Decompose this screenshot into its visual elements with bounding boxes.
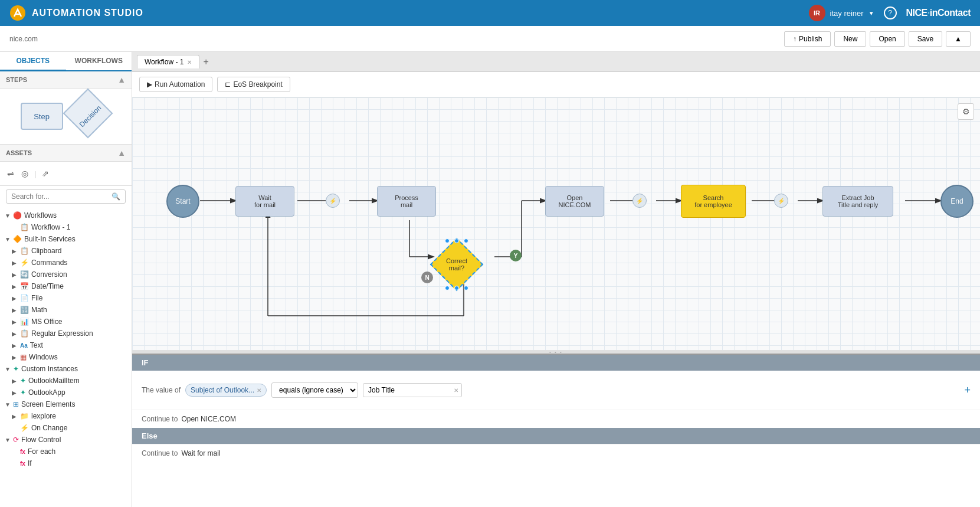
tree-item-workflows[interactable]: ▼ 🔴 Workflows <box>0 210 132 221</box>
tree-item-math[interactable]: ▶ 🔢 Math <box>0 304 132 316</box>
header-left: AUTOMATION STUDIO <box>9 5 143 21</box>
msoffice-icon: 📊 <box>20 318 29 326</box>
node-wait[interactable]: Waitfor mail <box>235 186 294 217</box>
arrow-icon: ▶ <box>12 390 18 396</box>
open-button[interactable]: Open <box>870 31 904 47</box>
tree-item-outlookmail[interactable]: ▶ ✦ OutlookMailItem <box>0 375 132 387</box>
wait-box: Waitfor mail <box>235 186 294 217</box>
search-box-node: Searchfor employee <box>681 185 746 218</box>
tree-item-text[interactable]: ▶ Aa Text <box>0 339 132 351</box>
tree-item-onchange[interactable]: ⚡ On Change <box>0 422 132 434</box>
arrow-icon: ▶ <box>12 331 18 337</box>
arrow-icon: ▼ <box>5 437 11 443</box>
tree-item-builtin[interactable]: ▼ 🔶 Built-In Services <box>0 233 132 245</box>
arrow-icon: ▶ <box>12 319 18 325</box>
node-correct[interactable]: Correctmail? <box>433 241 480 288</box>
process-box: Processmail <box>377 186 436 217</box>
tree-item-workflow1[interactable]: 📋 Workflow - 1 <box>0 221 132 233</box>
assets-export-icon[interactable]: ⇗ <box>41 168 50 179</box>
add-condition-button[interactable]: + <box>964 384 971 397</box>
user-avatar: IR <box>809 5 825 21</box>
text-icon: Aa <box>20 342 28 349</box>
continue-if-row: Continue to Open NICE.COM <box>132 410 980 428</box>
tree-item-windows[interactable]: ▶ ▦ Windows <box>0 351 132 363</box>
iexplore-icon: 📁 <box>20 412 29 420</box>
save-button[interactable]: Save <box>909 31 942 47</box>
arrow-icon: ▶ <box>12 378 18 384</box>
tree-item-outlookapp[interactable]: ▶ ✦ OutlookApp <box>0 387 132 398</box>
brand-logo: NICE·inContact <box>906 8 971 18</box>
step-item-decision[interactable]: Decision <box>70 96 112 137</box>
regex-icon: 📋 <box>20 329 29 338</box>
open-box: OpenNICE.COM <box>545 186 604 217</box>
flowcontrol-icon: ⟳ <box>13 436 19 444</box>
tree-item-foreach[interactable]: fx For each <box>0 446 132 457</box>
node-extract[interactable]: Extract JobTitle and reply <box>822 186 893 217</box>
tree-item-flowcontrol[interactable]: ▼ ⟳ Flow Control <box>0 434 132 446</box>
arrow-icon: ▶ <box>12 260 18 266</box>
operator-select[interactable]: equals (ignore case) equals contains sta… <box>271 382 358 398</box>
step-box: Step <box>21 103 63 130</box>
eos-icon: ⊏ <box>225 80 231 89</box>
tree-item-clipboard[interactable]: ▶ 📋 Clipboard <box>0 245 132 257</box>
arrow-icon: ▶ <box>12 413 18 420</box>
datetime-icon: 📅 <box>20 282 29 290</box>
assets-icon-row: ⇌ ◎ | ⇗ <box>6 165 126 182</box>
user-menu[interactable]: IR itay reiner ▼ <box>809 5 874 21</box>
assets-collapse-icon[interactable]: ▲ <box>117 148 126 158</box>
tree-item-file[interactable]: ▶ 📄 File <box>0 292 132 304</box>
workflow-canvas[interactable]: Start Waitfor mail ⚡ Processmail N <box>132 97 980 350</box>
search-box[interactable]: 🔍 <box>6 189 126 204</box>
node-end[interactable]: End <box>940 185 974 218</box>
assets-target-icon[interactable]: ◎ <box>20 168 30 179</box>
canvas-settings-button[interactable]: ⚙ <box>958 103 974 120</box>
value-input-clear[interactable]: ✕ <box>454 387 458 394</box>
tab-workflows[interactable]: WORKFLOWS <box>66 52 132 71</box>
if-icon: fx <box>20 460 25 467</box>
assets-icons-bar: ⇌ ◎ | ⇗ <box>0 162 132 186</box>
new-button[interactable]: New <box>834 31 866 47</box>
tree-item-custom[interactable]: ▼ ✦ Custom Instances <box>0 363 132 375</box>
asset-tree: ▼ 🔴 Workflows 📋 Workflow - 1 ▼ 🔶 Built-I… <box>0 207 132 507</box>
clipboard-icon: 📋 <box>20 247 29 255</box>
sidebar: OBJECTS WORKFLOWS STEPS ▲ Step Decision <box>0 52 132 507</box>
tab-objects[interactable]: OBJECTS <box>0 52 66 71</box>
correct-diamond-text: Correctmail? <box>433 241 480 288</box>
value-input[interactable] <box>363 383 462 397</box>
collapse-button[interactable]: ▲ <box>946 31 971 47</box>
site-label: nice.com <box>9 35 38 43</box>
tree-item-iexplore[interactable]: ▶ 📁 iexplore <box>0 410 132 422</box>
custom-icon: ✦ <box>13 365 19 373</box>
search-input[interactable] <box>11 192 112 201</box>
tree-item-if[interactable]: fx If <box>0 457 132 469</box>
tree-item-conversion[interactable]: ▶ 🔄 Conversion <box>0 269 132 280</box>
workflow-tab[interactable]: Workflow - 1 ✕ <box>137 55 199 68</box>
tab-add-button[interactable]: + <box>199 57 212 67</box>
arrow-icon: ▶ <box>12 248 18 254</box>
subject-tag-remove[interactable]: ✕ <box>257 387 261 394</box>
correct-diamond-wrap: Correctmail? <box>433 241 480 288</box>
tree-item-screen[interactable]: ▼ ⊞ Screen Elements <box>0 398 132 410</box>
header-right: IR itay reiner ▼ ? NICE·inContact <box>809 5 971 21</box>
tree-item-datetime[interactable]: ▶ 📅 Date/Time <box>0 280 132 292</box>
steps-collapse-icon[interactable]: ▲ <box>117 75 126 84</box>
start-circle: Start <box>166 185 199 218</box>
publish-button[interactable]: ↑ Publish <box>784 31 831 47</box>
node-process[interactable]: Processmail <box>377 186 436 217</box>
assets-link-icon[interactable]: ⇌ <box>6 168 15 179</box>
continue-else-target: Wait for mail <box>181 449 220 457</box>
tree-item-msoffice[interactable]: ▶ 📊 MS Office <box>0 316 132 328</box>
help-button[interactable]: ? <box>884 6 897 19</box>
step-item-step[interactable]: Step <box>21 103 63 130</box>
node-open[interactable]: OpenNICE.COM <box>545 186 604 217</box>
subject-tag[interactable]: Subject of Outlook... ✕ <box>185 384 267 397</box>
tree-item-regex[interactable]: ▶ 📋 Regular Expression <box>0 328 132 339</box>
tree-item-commands[interactable]: ▶ ⚡ Commands <box>0 257 132 269</box>
windows-icon: ▦ <box>20 353 27 361</box>
eos-breakpoint-button[interactable]: ⊏ EoS Breakpoint <box>217 77 290 92</box>
tab-close-icon[interactable]: ✕ <box>187 59 192 66</box>
node-search[interactable]: Searchfor employee <box>681 185 746 218</box>
run-automation-button[interactable]: ▶ Run Automation <box>139 77 212 92</box>
node-start[interactable]: Start <box>166 185 199 218</box>
app-logo-icon <box>9 5 26 21</box>
